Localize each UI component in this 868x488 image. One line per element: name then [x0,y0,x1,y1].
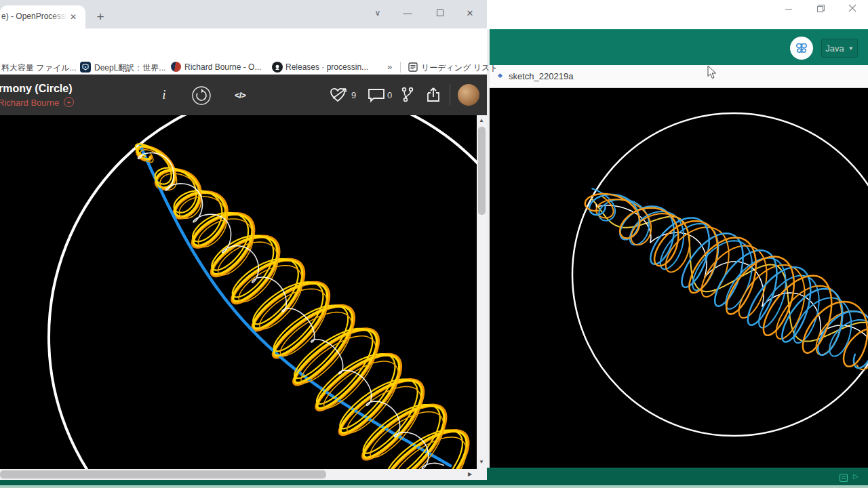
maximize-square-icon [437,9,443,16]
processing-sketch-canvas[interactable] [490,88,868,468]
processing-toolbar: Java▼ [490,29,868,65]
follow-plus-icon[interactable]: + [64,97,74,107]
share-sketch-icon[interactable] [425,85,442,104]
mouse-cursor [707,65,718,80]
openprocessing-sketch-canvas[interactable] [0,115,477,469]
info-icon[interactable]: i [159,87,170,103]
bookmark-item[interactable]: 料大容量 ファイル... [1,62,76,74]
processing-minimize-button[interactable] [783,2,795,14]
console-icon[interactable] [838,472,849,483]
likes-count: 9 [351,90,356,100]
horizontal-scrollbar[interactable]: ▶ [0,469,477,480]
bookmarks-bar: 料大容量 ファイル... DeepL翻訳：世界... Richard Bourn… [0,60,487,75]
openprocessing-header: rmony (Circle) Richard Bourne + i </> 9 … [0,75,487,115]
bookmark-item[interactable]: DeepL翻訳：世界... [94,62,165,74]
window-close-button[interactable]: ✕ [464,7,476,19]
sketch-author-link[interactable]: Richard Bourne [0,98,59,108]
browser-toolbar: openprocessing.org/sketch/1356670 ☆ ⋮ [0,28,487,60]
debug-butterfly-icon[interactable] [790,37,813,60]
tab-search-chevron-icon[interactable]: ∨ [372,7,384,19]
restart-sketch-icon[interactable] [191,85,212,106]
bookmarks-overflow-chevron[interactable]: » [387,62,392,72]
console-expand-icon[interactable]: ▷ [853,472,859,480]
window-maximize-button[interactable] [434,7,446,19]
new-tab-button[interactable]: + [92,9,108,24]
code-icon[interactable]: </> [231,88,250,102]
browser-tabstrip: e) - OpenProcessi ✕ + ∨ — ✕ [0,0,487,28]
scroll-right-arrow[interactable]: ▶ [468,472,472,477]
reading-list-icon [408,62,418,73]
scrollbar-corner [477,469,487,480]
tab-sketch-220219a[interactable]: sketch_220219a [509,71,573,81]
mode-selector-java[interactable]: Java▼ [821,39,858,58]
bookmark-item[interactable]: Richard Bourne - O... [184,62,261,72]
screen: Java▼ ◆ sketch_220219a ▷ e) - OpenProces… [0,0,868,488]
user-avatar[interactable] [458,84,479,106]
richard-bourne-favicon [171,62,181,72]
horizontal-scrollbar-thumb[interactable] [0,470,326,479]
window-minimize-button[interactable]: — [401,7,414,19]
scroll-up-arrow[interactable]: ▲ [479,118,484,123]
github-favicon [272,62,283,73]
bookmarks-divider [400,62,401,73]
right-sketch-drawing [490,88,868,468]
bookmark-item[interactable]: Releases · processin... [285,62,368,72]
vertical-scrollbar[interactable]: ▲ ▼ [477,115,487,469]
comments-count: 0 [387,90,392,100]
browser-tab-openprocessing[interactable]: e) - OpenProcessi ✕ [0,5,85,28]
tab-title-fade [50,11,68,23]
sketch-modified-icon: ◆ [498,73,504,79]
like-heart-icon[interactable] [328,85,350,104]
deepl-favicon [80,62,91,73]
mode-label: Java [825,43,844,54]
processing-titlebar [487,0,868,29]
tab-close-icon[interactable]: ✕ [68,12,79,22]
left-sketch-drawing [0,115,477,469]
header-divider [450,84,450,106]
reading-list-button[interactable]: リーディング リスト [421,62,498,74]
browser-window: e) - OpenProcessi ✕ + ∨ — ✕ openprocessi… [0,0,487,480]
scroll-down-arrow[interactable]: ▼ [479,460,484,465]
processing-window-bottom-edge [0,485,868,488]
comments-icon[interactable] [366,87,387,103]
sketch-title: rmony (Circle) [0,83,72,95]
processing-restore-button[interactable] [814,2,827,14]
fork-icon[interactable] [399,85,416,104]
chevron-down-icon: ▼ [848,45,854,52]
processing-tabbar: ◆ sketch_220219a [490,65,868,88]
vertical-scrollbar-thumb[interactable] [478,127,486,215]
processing-close-button[interactable] [846,2,859,14]
